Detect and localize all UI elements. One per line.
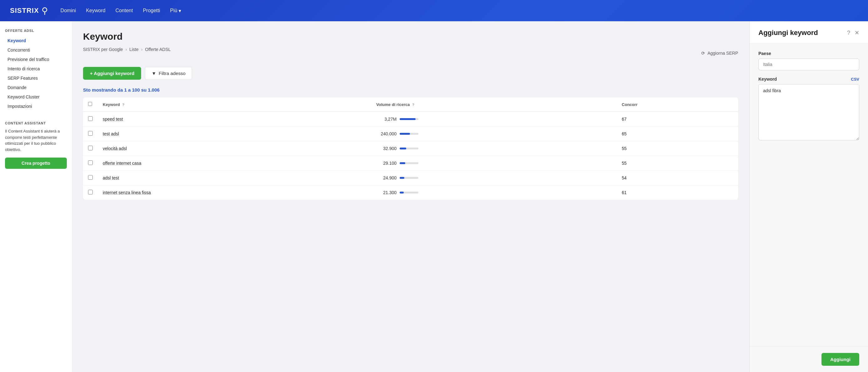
row-checkbox-cell <box>83 126 98 141</box>
logo-search-icon: ⚲ <box>41 6 48 16</box>
row-concorr-cell: 61 <box>617 185 738 200</box>
crea-progetto-button[interactable]: Crea progetto <box>5 158 67 169</box>
aggiorna-serp-label: Aggiorna SERP <box>708 51 738 56</box>
row-checkbox-2[interactable] <box>88 146 93 150</box>
toolbar: + Aggiungi keyword ▼ Filtra adesso <box>83 67 738 80</box>
row-checkbox-3[interactable] <box>88 160 93 165</box>
table-row: speed test 3,27M 67 <box>83 112 738 126</box>
sidebar-item-serp[interactable]: SERP Features <box>5 74 67 83</box>
row-concorr-cell: 67 <box>617 112 738 126</box>
row-checkbox-cell <box>83 171 98 185</box>
keyword-link-3[interactable]: offerte internet casa <box>103 161 141 166</box>
nav-item-progetti[interactable]: Progetti <box>143 8 160 13</box>
breadcrumb-offerte-adsl[interactable]: Offerte ADSL <box>145 47 171 52</box>
select-all-checkbox[interactable] <box>88 102 92 106</box>
row-volume-cell: 32.900 <box>371 141 617 156</box>
col-concorr-header: Concorr <box>617 97 738 112</box>
row-keyword-cell: velocità adsl <box>98 141 371 156</box>
sidebar-item-cluster[interactable]: Keyword Cluster <box>5 92 67 101</box>
filter-button[interactable]: ▼ Filtra adesso <box>145 67 192 80</box>
keyword-textarea[interactable] <box>758 84 859 140</box>
row-concorr-cell: 55 <box>617 156 738 171</box>
logo: SISTRIX ⚲ <box>10 6 48 16</box>
keyword-link-0[interactable]: speed test <box>103 117 123 122</box>
row-concorr-cell: 54 <box>617 171 738 185</box>
content-assistant-box: CONTENT ASSISTANT Il Content Assistant t… <box>5 121 67 169</box>
volume-help-icon: ? <box>412 103 414 107</box>
col-keyword-header: Keyword ? <box>98 97 371 112</box>
nav-item-domini[interactable]: Domini <box>61 8 76 13</box>
row-volume-cell: 21.300 <box>371 185 617 200</box>
volume-number: 21.300 <box>376 190 397 195</box>
volume-bar <box>400 118 415 120</box>
keyword-table: Keyword ? Volume di ricerca ? Concorr sp… <box>83 97 738 200</box>
row-checkbox-4[interactable] <box>88 175 93 180</box>
paese-input[interactable] <box>758 58 859 70</box>
keyword-link-2[interactable]: velocità adsl <box>103 146 127 151</box>
nav-item-piu[interactable]: Più ▾ <box>170 8 181 14</box>
row-concorr-cell: 65 <box>617 126 738 141</box>
volume-bar-bg <box>400 133 418 135</box>
sidebar-item-intento[interactable]: Intento di ricerca <box>5 64 67 73</box>
results-summary: Sto mostrando da 1 a 100 su 1.006 <box>83 87 738 92</box>
row-volume-cell: 3,27M <box>371 112 617 126</box>
csv-link[interactable]: CSV <box>851 77 859 82</box>
row-checkbox-cell <box>83 185 98 200</box>
content-assistant-desc: Il Content Assistant ti aiuterà a compor… <box>5 128 67 152</box>
paese-label: Paese <box>758 51 859 56</box>
volume-bar <box>400 133 410 135</box>
keyword-field-label: Keyword <box>758 77 777 82</box>
volume-number: 3,27M <box>376 117 397 122</box>
panel-title: Aggiungi keyword <box>758 29 818 37</box>
row-checkbox-5[interactable] <box>88 190 93 195</box>
keyword-field-header: Keyword CSV <box>758 77 859 82</box>
filter-label: Filtra adesso <box>159 70 185 76</box>
panel-body: Paese Keyword CSV <box>750 44 868 346</box>
keyword-link-5[interactable]: internet senza linea fissa <box>103 190 151 195</box>
aggiorna-serp-button[interactable]: ⟳ Aggiorna SERP <box>701 51 738 56</box>
top-nav: SISTRIX ⚲ Domini Keyword Content Progett… <box>0 0 868 21</box>
sidebar-item-domande[interactable]: Domande <box>5 83 67 92</box>
volume-number: 240.000 <box>376 131 397 136</box>
keyword-link-4[interactable]: adsl test <box>103 175 119 180</box>
panel-header-icons: ? ✕ <box>847 29 859 36</box>
breadcrumb-liste[interactable]: Liste <box>129 47 138 52</box>
aggiungi-button[interactable]: Aggiungi <box>822 353 859 366</box>
row-concorr-cell: 55 <box>617 141 738 156</box>
row-checkbox-cell <box>83 156 98 171</box>
add-keyword-button[interactable]: + Aggiungi keyword <box>83 67 141 80</box>
breadcrumb-sep-2: › <box>141 47 143 52</box>
volume-bar <box>400 192 404 194</box>
volume-number: 24.900 <box>376 175 397 180</box>
row-checkbox-0[interactable] <box>88 116 93 121</box>
nav-piu-label: Più <box>170 8 177 13</box>
table-row: internet senza linea fissa 21.300 61 <box>83 185 738 200</box>
sidebar-item-keyword[interactable]: Keyword <box>5 36 67 45</box>
sidebar-item-impostazioni[interactable]: Impostazioni <box>5 102 67 111</box>
keyword-help-icon: ? <box>122 103 125 107</box>
content-area: Keyword SISTRIX per Google › Liste › Off… <box>72 21 749 372</box>
nav-item-keyword[interactable]: Keyword <box>86 8 105 13</box>
volume-bar-bg <box>400 192 418 194</box>
row-keyword-cell: adsl test <box>98 171 371 185</box>
breadcrumb-sep-1: › <box>126 47 127 52</box>
keyword-link-1[interactable]: test adsl <box>103 131 119 136</box>
volume-bar-bg <box>400 147 418 149</box>
row-checkbox-cell <box>83 112 98 126</box>
table-row: velocità adsl 32.900 55 <box>83 141 738 156</box>
row-keyword-cell: internet senza linea fissa <box>98 185 371 200</box>
volume-bar <box>400 162 405 164</box>
volume-number: 32.900 <box>376 146 397 151</box>
panel-close-button[interactable]: ✕ <box>855 29 859 36</box>
volume-number: 29.100 <box>376 161 397 166</box>
volume-bar-bg <box>400 118 418 120</box>
sidebar-item-concorrenti[interactable]: Concorrenti <box>5 46 67 54</box>
logo-text: SISTRIX <box>10 6 39 15</box>
nav-item-content[interactable]: Content <box>116 8 133 13</box>
breadcrumb-sistrix[interactable]: SISTRIX per Google <box>83 47 123 52</box>
sidebar-item-previsione[interactable]: Previsione del traffico <box>5 55 67 64</box>
panel-help-button[interactable]: ? <box>847 30 850 36</box>
table-row: adsl test 24.900 54 <box>83 171 738 185</box>
row-checkbox-1[interactable] <box>88 131 93 136</box>
volume-bar <box>400 177 404 179</box>
